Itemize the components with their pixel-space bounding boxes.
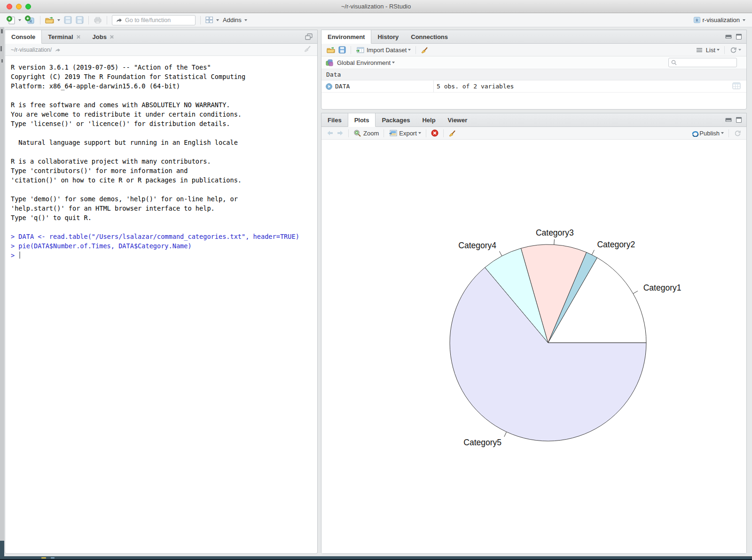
new-file-button[interactable] — [5, 15, 23, 25]
addins-label: Addins — [223, 16, 242, 24]
clear-all-plots-button[interactable] — [447, 129, 458, 138]
save-all-button[interactable] — [74, 15, 86, 25]
data-table-icon — [732, 82, 741, 89]
console-line — [11, 147, 312, 157]
console-line: Platform: x86_64-apple-darwin15.6.0 (64-… — [11, 81, 312, 91]
minimize-pane-icon[interactable] — [725, 118, 732, 122]
import-dataset-label: Import Dataset — [367, 47, 407, 54]
console-line: Type 'license()' or 'licence()' for dist… — [11, 119, 312, 128]
tab-files[interactable]: Files — [321, 113, 348, 126]
pie-label-Category3: Category3 — [536, 228, 574, 237]
addins-dropdown[interactable]: Addins — [221, 16, 249, 24]
save-workspace-button[interactable] — [337, 45, 347, 55]
console-output[interactable]: R version 3.6.1 (2019-07-05) -- "Action … — [5, 56, 317, 553]
export-plot-dropdown[interactable]: Export — [387, 129, 423, 138]
save-icon — [338, 46, 346, 54]
remove-plot-button[interactable] — [430, 128, 440, 138]
environment-search-box[interactable] — [668, 58, 737, 67]
jobs-close-icon[interactable] — [110, 35, 114, 39]
object-name: DATA — [335, 83, 350, 90]
console-line — [11, 128, 312, 138]
minimize-pane-icon[interactable] — [725, 34, 732, 39]
save-icon — [64, 16, 72, 24]
console-pane: Console Terminal Jobs ~/r-visualization/ — [5, 30, 318, 554]
console-line: R is a collaborative project with many c… — [11, 157, 312, 166]
pie-label-Category2: Category2 — [597, 240, 635, 249]
environment-scope-row: Global Environment — [321, 56, 746, 69]
project-caret-icon — [743, 19, 745, 21]
new-file-caret-icon — [18, 19, 21, 21]
print-icon — [94, 16, 102, 24]
tab-connections[interactable]: Connections — [405, 30, 454, 43]
view-data-table-button[interactable] — [732, 82, 741, 91]
expand-object-icon[interactable] — [326, 83, 332, 90]
pie-label-Category4: Category4 — [458, 241, 496, 250]
tab-viewer[interactable]: Viewer — [442, 113, 474, 126]
clear-environment-button[interactable] — [419, 46, 430, 55]
tab-history[interactable]: History — [371, 30, 405, 43]
maximize-pane-icon[interactable] — [305, 33, 313, 40]
terminal-close-icon[interactable] — [76, 35, 80, 39]
new-project-button[interactable]: R — [23, 15, 37, 25]
pie-label-tick — [504, 432, 507, 436]
export-caret-icon — [418, 132, 421, 134]
environment-pane: Environment History Connections — [321, 30, 747, 110]
console-line — [11, 91, 312, 100]
console-line: R version 3.6.1 (2019-07-05) -- "Action … — [11, 63, 312, 72]
print-button[interactable] — [92, 16, 104, 25]
previous-plot-button[interactable] — [325, 129, 335, 137]
global-environment-label: Global Environment — [337, 59, 391, 66]
background-window-edge — [0, 27, 4, 556]
open-in-window-arrow-icon[interactable] — [55, 47, 62, 53]
import-dataset-dropdown[interactable]: Import Dataset — [354, 46, 412, 55]
environment-search-input[interactable] — [679, 59, 730, 66]
text-cursor — [19, 252, 20, 259]
plots-tabbar: Files Plots Packages Help Viewer — [321, 113, 746, 127]
console-line: You are welcome to redistribute it under… — [11, 110, 312, 119]
maximize-pane-icon[interactable] — [736, 117, 742, 123]
open-file-button[interactable] — [43, 16, 62, 25]
export-label: Export — [399, 130, 417, 137]
clear-console-broom-icon[interactable] — [304, 45, 312, 52]
goto-file-input[interactable] — [125, 17, 186, 24]
global-environment-caret-icon — [392, 62, 395, 63]
project-dropdown[interactable]: R r-visualization — [691, 15, 747, 25]
environment-object-row[interactable]: DATA 5 obs. of 2 variables — [321, 80, 746, 93]
console-working-dir-row: ~/r-visualization/ — [5, 44, 317, 56]
back-arrow-icon — [327, 130, 334, 136]
svg-text:R: R — [696, 18, 698, 23]
pie-label-Category5: Category5 — [463, 438, 501, 447]
load-workspace-button[interactable] — [325, 46, 337, 55]
refresh-caret-icon — [738, 49, 741, 51]
view-mode-label: List — [706, 47, 715, 54]
import-dataset-icon — [356, 47, 365, 54]
tab-environment[interactable]: Environment — [321, 30, 371, 44]
zoom-plot-button[interactable]: Zoom — [352, 128, 380, 138]
pane-layout-caret-icon — [216, 19, 219, 21]
zoom-magnifier-icon — [353, 129, 361, 137]
open-file-caret-icon — [57, 19, 60, 21]
next-plot-button[interactable] — [335, 129, 345, 137]
global-environment-icon — [326, 59, 334, 66]
tab-console[interactable]: Console — [5, 30, 42, 44]
pane-layout-button[interactable] — [204, 16, 221, 24]
forward-arrow-icon — [337, 130, 344, 136]
console-line: Natural language support but running in … — [11, 138, 312, 147]
search-icon — [671, 60, 677, 65]
tab-packages[interactable]: Packages — [376, 113, 416, 126]
refresh-environment-button[interactable] — [728, 46, 743, 55]
refresh-icon — [734, 130, 741, 137]
publish-dropdown[interactable]: Publish — [690, 129, 725, 138]
tab-help[interactable]: Help — [416, 113, 441, 126]
tab-jobs[interactable]: Jobs — [86, 30, 120, 43]
tab-terminal[interactable]: Terminal — [42, 30, 86, 43]
maximize-pane-icon[interactable] — [736, 34, 742, 39]
tab-plots[interactable]: Plots — [348, 113, 376, 127]
publish-icon — [691, 130, 699, 137]
console-line: R is free software and comes with ABSOLU… — [11, 100, 312, 110]
view-mode-dropdown[interactable]: List — [703, 46, 721, 55]
goto-file-search[interactable] — [112, 15, 196, 25]
refresh-plot-button[interactable] — [732, 129, 743, 138]
save-button[interactable] — [62, 15, 74, 25]
global-environment-dropdown[interactable]: Global Environment — [334, 58, 396, 67]
